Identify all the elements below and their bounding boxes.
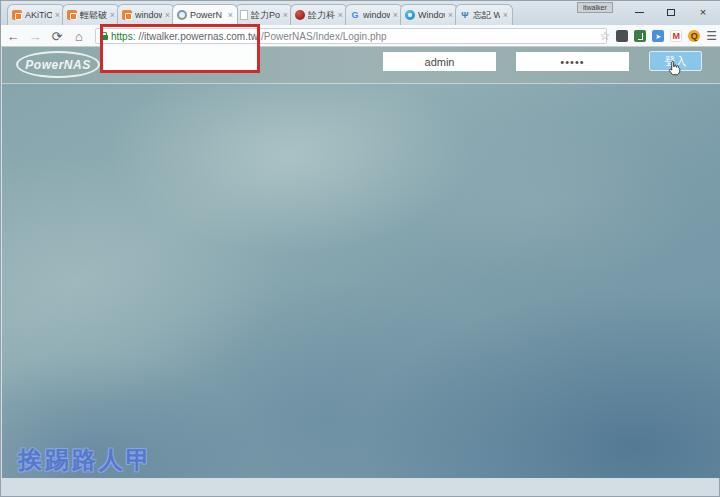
watermark-text: 挨踢路人甲 <box>18 444 153 476</box>
tab-close-icon[interactable]: × <box>448 11 453 20</box>
refresh-button[interactable]: ⟳ <box>47 25 67 47</box>
username-input[interactable] <box>383 52 496 71</box>
tab-title: Window <box>418 10 445 20</box>
xuite-blog-icon <box>12 10 22 20</box>
login-background-image: 挨踢路人甲 ITE2 Technology © All Rights Reser… <box>2 84 720 478</box>
tab-title: PowerN <box>190 10 225 20</box>
tab-forgot-win[interactable]: Ψ 忘記 Win × <box>455 4 513 25</box>
tab-title: windows <box>135 10 162 20</box>
tab-title: 忘記 Win <box>473 9 500 22</box>
bookmark-star-icon[interactable]: ☆ <box>599 29 610 43</box>
extensions-row: ☆ ➤ M Q ☰ <box>599 25 717 47</box>
tab-close-icon[interactable]: × <box>110 11 115 20</box>
window-controls: × <box>623 1 719 23</box>
tab-strip: AKiTiO N × 輕鬆破解 × windows × PowerN × 詮力P… <box>1 1 720 25</box>
tab-ite2-tech[interactable]: 詮力科技 × <box>290 4 348 25</box>
tab-close-icon[interactable]: × <box>338 11 343 20</box>
minimize-button[interactable] <box>623 1 655 23</box>
tab-title: windows <box>363 10 390 20</box>
window-drag-tooltip: itwalker <box>577 2 613 13</box>
tab-close-icon[interactable]: × <box>228 11 233 20</box>
gmail-extension-icon[interactable]: M <box>670 30 682 42</box>
close-button[interactable]: × <box>687 1 719 23</box>
chrome-menu-icon[interactable]: ☰ <box>706 29 717 43</box>
q-extension-icon[interactable]: Q <box>688 30 700 42</box>
tabs-container: AKiTiO N × 輕鬆破解 × windows × PowerN × 詮力P… <box>7 4 510 25</box>
tab-close-icon[interactable]: × <box>283 11 288 20</box>
back-button[interactable]: ← <box>3 25 23 47</box>
password-input[interactable] <box>516 52 629 71</box>
extension-icon-2[interactable] <box>634 30 646 42</box>
google-g-icon: G <box>350 10 360 20</box>
tab-window[interactable]: Window × <box>400 4 458 25</box>
url-path: /PowerNAS/Index/Login.php <box>261 31 387 42</box>
tab-windows-blog[interactable]: windows × <box>117 4 175 25</box>
blue-circle-icon <box>405 10 415 20</box>
url-highlight-annotation <box>100 24 260 73</box>
maximize-icon <box>667 9 675 16</box>
xuite-blog-icon <box>67 10 77 20</box>
tab-title: 詮力科技 <box>308 9 335 22</box>
maximize-button[interactable] <box>655 1 687 23</box>
home-button[interactable]: ⌂ <box>69 25 89 47</box>
powernas-logo: PowerNAS <box>16 51 100 78</box>
tab-close-icon[interactable]: × <box>393 11 398 20</box>
xuite-blog-icon <box>122 10 132 20</box>
red-sphere-icon <box>295 10 305 20</box>
tab-title: 輕鬆破解 <box>80 9 107 22</box>
tab-title: AKiTiO N <box>25 10 52 20</box>
browser-window: AKiTiO N × 輕鬆破解 × windows × PowerN × 詮力P… <box>0 0 720 497</box>
extension-icon-1[interactable] <box>616 30 628 42</box>
tab-powernas-active[interactable]: PowerN × <box>172 4 238 25</box>
tab-google-windows[interactable]: G windows × <box>345 4 403 25</box>
tab-akitio[interactable]: AKiTiO N × <box>7 4 65 25</box>
tab-ite2-pow[interactable]: 詮力Pow × <box>235 4 293 25</box>
extension-icon-3[interactable]: ➤ <box>652 30 664 42</box>
tab-close-icon[interactable]: × <box>503 11 508 20</box>
tab-title: 詮力Pow <box>251 9 280 22</box>
minimize-icon <box>635 12 644 13</box>
blank-page-icon <box>240 10 248 20</box>
tab-close-icon[interactable]: × <box>165 11 170 20</box>
tab-easy-crack[interactable]: 輕鬆破解 × <box>62 4 120 25</box>
trident-icon: Ψ <box>460 10 470 20</box>
tab-close-icon[interactable]: × <box>55 11 60 20</box>
mouse-cursor-icon <box>666 60 682 80</box>
forward-button[interactable]: → <box>25 25 45 47</box>
powernas-favicon <box>177 10 187 20</box>
